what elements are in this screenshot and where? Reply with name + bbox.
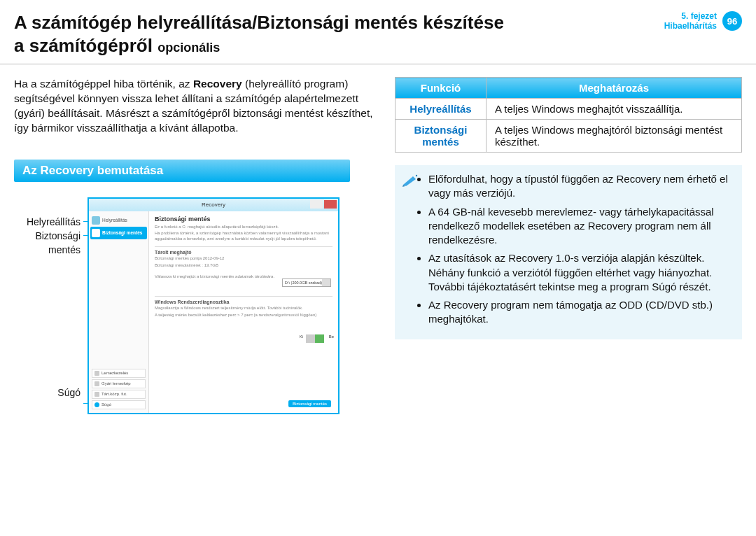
sidebar-item-recovery[interactable]: Helyreállítás — [90, 214, 147, 227]
backup-icon — [92, 229, 100, 237]
sidebar-bottom-disk[interactable]: Lemezkezelés — [92, 369, 146, 378]
td-def-backup: A teljes Windows meghajtóról biztonsági … — [486, 120, 742, 153]
factory-icon — [94, 381, 99, 386]
sidebar-backup-label: Biztonsági mentés — [102, 230, 142, 235]
sidebar-recovery-label: Helyreállítás — [102, 218, 127, 223]
right-column: Funkció Meghatározás Helyreállítás A tel… — [395, 77, 742, 414]
ss-body: Helyreállítás Biztonsági mentés Lemezkez… — [89, 211, 338, 413]
diagram: Helyreállítás Biztonsági mentés Súgó Rec… — [14, 197, 378, 414]
note-item-4: Az Recovery program nem támogatja az ODD… — [428, 298, 734, 327]
sidebar-bottom1-label: Lemezkezelés — [102, 371, 128, 375]
title-line1: A számítógép helyreállítása/Biztonsági m… — [14, 12, 504, 33]
backup-button[interactable]: Biztonsági mentés — [288, 400, 331, 407]
table-row: Biztonsági mentés A teljes Windows megha… — [396, 120, 742, 153]
intro-text-a: Ha a számítógéppel hiba történik, az — [14, 78, 193, 90]
page-header: A számítógép helyreállítása/Biztonsági m… — [0, 0, 756, 64]
diagnostics-toggle[interactable] — [306, 334, 327, 343]
svg-point-0 — [416, 175, 417, 176]
callout-backup-l1: Biztonsági — [14, 230, 80, 242]
sidebar-bottom2-label: Gyári lemezkép — [102, 381, 131, 386]
drive-dropdown-value: D:\ (200.0GB szabad) — [285, 281, 322, 285]
content: Ha a számítógéppel hiba történik, az Rec… — [0, 64, 756, 414]
ss-sub1: Tárolt meghajtó — [155, 250, 332, 255]
ss-titlebar: Recovery — [89, 199, 338, 211]
title-optional: opcionális — [158, 41, 220, 55]
ss-window-title: Recovery — [202, 202, 225, 208]
drive-dropdown[interactable]: D:\ (200.0GB szabad) — [282, 278, 331, 287]
chapter-label: 5. fejezet Hibaelhárítás — [664, 11, 717, 31]
globe-icon — [92, 216, 100, 225]
header-right: 5. fejezet Hibaelhárítás 96 — [664, 11, 742, 31]
toggle-on-label: Be — [329, 334, 334, 339]
intro-paragraph: Ha a számítógéppel hiba történik, az Rec… — [14, 77, 378, 136]
sidebar-bottom-run[interactable]: Tárt.közp. fut. — [92, 390, 146, 399]
section-heading: Az Recovery bemutatása — [14, 160, 350, 182]
note-icon — [402, 174, 419, 188]
toggle-on-icon — [315, 334, 324, 343]
disk-icon — [94, 371, 99, 376]
minimize-icon[interactable] — [310, 200, 323, 209]
close-icon[interactable] — [324, 200, 337, 209]
title-line2: a számítógépről — [14, 35, 153, 56]
callout-recovery: Helyreállítás — [14, 216, 80, 228]
td-def-recovery: A teljes Windows meghajtót visszaállítja… — [486, 99, 742, 120]
note-item-2: A 64 GB-nál kevesebb merevlemez- vagy tá… — [428, 205, 734, 248]
callout-backup-l2: mentés — [14, 244, 80, 256]
screenshot-wrapper: Recovery Helyreállítás Bizto — [88, 197, 340, 414]
sidebar-bottom3-label: Tárt.közp. fut. — [102, 392, 127, 396]
toggle-off-icon — [306, 334, 315, 343]
callout-help: Súgó — [14, 386, 80, 399]
td-func-recovery: Helyreállítás — [396, 99, 486, 120]
ss-main-heading: Biztonsági mentés — [155, 216, 332, 223]
th-function: Funkció — [396, 78, 486, 99]
run-icon — [94, 392, 99, 397]
ss-sidebar: Helyreállítás Biztonsági mentés Lemezkez… — [89, 211, 149, 413]
ss-line1: Biztonsági mentés pontja 2012-09-12 — [155, 256, 332, 262]
note-item-1: Előfordulhat, hogy a típustól függően az… — [428, 172, 734, 201]
chapter-line1: 5. fejezet — [664, 11, 717, 21]
ss-line5: A teljestég mérés becsült keltkezéshez p… — [155, 313, 332, 318]
intro-bold: Recovery — [193, 78, 242, 90]
note-box: Előfordulhat, hogy a típustól függően az… — [395, 165, 742, 339]
help-icon — [94, 402, 99, 407]
ss-line2: Biztonsági mésolatméret : 13.7GB — [155, 263, 332, 269]
sidebar-item-backup[interactable]: Biztonsági mentés — [90, 227, 147, 239]
sidebar-bottom-help[interactable]: Súgó — [92, 400, 146, 409]
recovery-screenshot: Recovery Helyreállítás Bizto — [88, 197, 340, 414]
ss-desc2: Ha probléma történik, a számítógép haszn… — [155, 231, 332, 242]
toggle-off-label: Ki — [300, 334, 303, 339]
callout-labels: Helyreállítás Biztonsági mentés Súgó — [14, 197, 80, 414]
th-definition: Meghatározás — [486, 78, 742, 99]
ss-line4: Magválasztja a Windows rendszert teljesí… — [155, 306, 332, 311]
ss-sub2: Windows Rendszerdiagnosztika — [155, 299, 332, 304]
left-column: Ha a számítógéppel hiba történik, az Rec… — [14, 77, 378, 414]
chapter-line2: Hibaelhárítás — [664, 21, 717, 31]
note-item-3: Az utasítások az Recovery 1.0-s verziója… — [428, 251, 734, 294]
note-list: Előfordulhat, hogy a típustól függően az… — [426, 172, 734, 327]
page-number-badge: 96 — [722, 11, 742, 31]
ss-desc1: Ez a funkció a C: meghajtó aktuális álla… — [155, 225, 332, 230]
sidebar-help-label: Súgó — [102, 402, 111, 407]
sidebar-bottom-factory[interactable]: Gyári lemezkép — [92, 379, 146, 388]
table-row: Helyreállítás A teljes Windows meghajtót… — [396, 99, 742, 120]
ss-main: Biztonsági mentés Ez a funkció a C: megh… — [149, 211, 338, 413]
td-func-backup: Biztonsági mentés — [396, 120, 486, 153]
page-title-block: A számítógép helyreállítása/Biztonsági m… — [14, 11, 504, 57]
function-table: Funkció Meghatározás Helyreállítás A tel… — [395, 77, 742, 153]
